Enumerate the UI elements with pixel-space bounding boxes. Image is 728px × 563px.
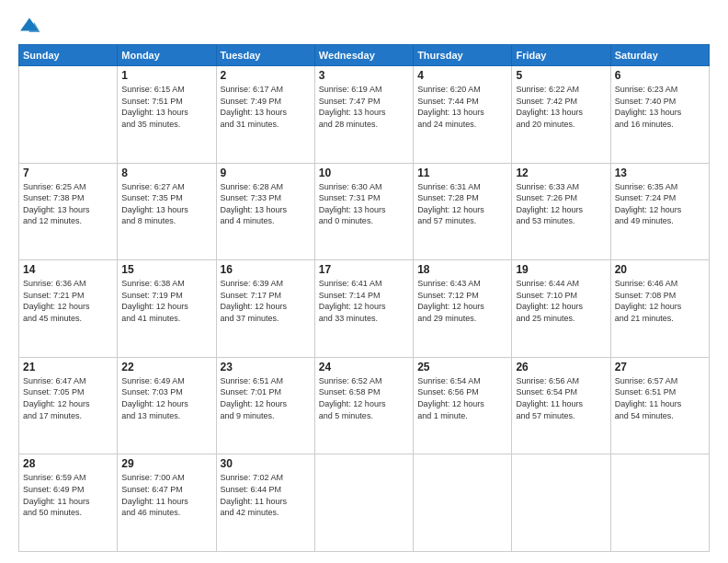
cell-info: Sunrise: 6:41 AM Sunset: 7:14 PM Dayligh… xyxy=(319,278,409,324)
calendar-cell xyxy=(314,454,413,552)
calendar-cell: 26Sunrise: 6:56 AM Sunset: 6:54 PM Dayli… xyxy=(512,357,610,454)
calendar-cell: 29Sunrise: 7:00 AM Sunset: 6:47 PM Dayli… xyxy=(118,454,216,552)
calendar-cell: 17Sunrise: 6:41 AM Sunset: 7:14 PM Dayli… xyxy=(314,260,413,358)
cell-info: Sunrise: 6:19 AM Sunset: 7:47 PM Dayligh… xyxy=(319,84,409,130)
cell-info: Sunrise: 6:52 AM Sunset: 6:58 PM Dayligh… xyxy=(319,375,409,421)
calendar-cell: 28Sunrise: 6:59 AM Sunset: 6:49 PM Dayli… xyxy=(19,454,118,552)
day-number: 19 xyxy=(516,263,606,276)
day-number: 28 xyxy=(23,457,113,470)
cell-info: Sunrise: 6:22 AM Sunset: 7:42 PM Dayligh… xyxy=(516,84,606,130)
day-number: 20 xyxy=(615,263,705,276)
calendar-cell xyxy=(512,454,610,552)
calendar-cell: 18Sunrise: 6:43 AM Sunset: 7:12 PM Dayli… xyxy=(414,260,512,358)
cell-info: Sunrise: 6:36 AM Sunset: 7:21 PM Dayligh… xyxy=(23,278,113,324)
logo xyxy=(18,17,44,35)
day-number: 30 xyxy=(221,457,311,470)
header xyxy=(18,17,710,35)
weekday-header-friday: Friday xyxy=(512,45,610,66)
calendar-week-5: 28Sunrise: 6:59 AM Sunset: 6:49 PM Dayli… xyxy=(19,454,710,552)
calendar-cell: 23Sunrise: 6:51 AM Sunset: 7:01 PM Dayli… xyxy=(216,357,314,454)
calendar-cell: 25Sunrise: 6:54 AM Sunset: 6:56 PM Dayli… xyxy=(414,357,512,454)
cell-info: Sunrise: 6:57 AM Sunset: 6:51 PM Dayligh… xyxy=(615,375,705,421)
cell-info: Sunrise: 6:23 AM Sunset: 7:40 PM Dayligh… xyxy=(615,84,705,130)
day-number: 2 xyxy=(221,69,311,82)
calendar-cell: 9Sunrise: 6:28 AM Sunset: 7:33 PM Daylig… xyxy=(216,163,314,260)
weekday-header-saturday: Saturday xyxy=(610,45,709,66)
calendar-cell xyxy=(610,454,709,552)
calendar-cell: 5Sunrise: 6:22 AM Sunset: 7:42 PM Daylig… xyxy=(512,66,610,164)
cell-info: Sunrise: 6:28 AM Sunset: 7:33 PM Dayligh… xyxy=(221,181,311,227)
day-number: 16 xyxy=(221,263,311,276)
day-number: 11 xyxy=(417,167,507,179)
calendar-cell: 16Sunrise: 6:39 AM Sunset: 7:17 PM Dayli… xyxy=(216,260,314,358)
day-number: 10 xyxy=(319,167,409,179)
cell-info: Sunrise: 7:00 AM Sunset: 6:47 PM Dayligh… xyxy=(121,472,211,518)
day-number: 13 xyxy=(615,167,705,179)
weekday-header-row: SundayMondayTuesdayWednesdayThursdayFrid… xyxy=(19,45,710,66)
cell-info: Sunrise: 6:39 AM Sunset: 7:17 PM Dayligh… xyxy=(221,278,311,324)
cell-info: Sunrise: 6:17 AM Sunset: 7:49 PM Dayligh… xyxy=(221,84,311,130)
cell-info: Sunrise: 6:31 AM Sunset: 7:28 PM Dayligh… xyxy=(417,181,507,227)
cell-info: Sunrise: 6:56 AM Sunset: 6:54 PM Dayligh… xyxy=(516,375,606,421)
cell-info: Sunrise: 7:02 AM Sunset: 6:44 PM Dayligh… xyxy=(221,472,311,518)
cell-info: Sunrise: 6:38 AM Sunset: 7:19 PM Dayligh… xyxy=(121,278,211,324)
day-number: 22 xyxy=(121,361,211,373)
calendar-cell: 3Sunrise: 6:19 AM Sunset: 7:47 PM Daylig… xyxy=(314,66,413,164)
day-number: 18 xyxy=(417,263,507,276)
day-number: 1 xyxy=(121,69,211,82)
calendar-cell: 15Sunrise: 6:38 AM Sunset: 7:19 PM Dayli… xyxy=(118,260,216,358)
calendar-cell: 20Sunrise: 6:46 AM Sunset: 7:08 PM Dayli… xyxy=(610,260,709,358)
day-number: 9 xyxy=(221,167,311,179)
cell-info: Sunrise: 6:59 AM Sunset: 6:49 PM Dayligh… xyxy=(23,472,113,518)
weekday-header-sunday: Sunday xyxy=(19,45,118,66)
weekday-header-tuesday: Tuesday xyxy=(216,45,314,66)
day-number: 15 xyxy=(121,263,211,276)
calendar-cell: 14Sunrise: 6:36 AM Sunset: 7:21 PM Dayli… xyxy=(19,260,118,358)
day-number: 3 xyxy=(319,69,409,82)
cell-info: Sunrise: 6:25 AM Sunset: 7:38 PM Dayligh… xyxy=(23,181,113,227)
calendar-cell: 10Sunrise: 6:30 AM Sunset: 7:31 PM Dayli… xyxy=(314,163,413,260)
calendar-cell: 8Sunrise: 6:27 AM Sunset: 7:35 PM Daylig… xyxy=(118,163,216,260)
calendar-cell: 30Sunrise: 7:02 AM Sunset: 6:44 PM Dayli… xyxy=(216,454,314,552)
calendar-cell xyxy=(19,66,118,164)
day-number: 26 xyxy=(516,361,606,373)
calendar-cell: 19Sunrise: 6:44 AM Sunset: 7:10 PM Dayli… xyxy=(512,260,610,358)
cell-info: Sunrise: 6:15 AM Sunset: 7:51 PM Dayligh… xyxy=(121,84,211,130)
calendar-cell: 13Sunrise: 6:35 AM Sunset: 7:24 PM Dayli… xyxy=(610,163,709,260)
calendar-cell: 6Sunrise: 6:23 AM Sunset: 7:40 PM Daylig… xyxy=(610,66,709,164)
day-number: 7 xyxy=(23,167,113,179)
calendar-cell xyxy=(414,454,512,552)
cell-info: Sunrise: 6:20 AM Sunset: 7:44 PM Dayligh… xyxy=(417,84,507,130)
cell-info: Sunrise: 6:46 AM Sunset: 7:08 PM Dayligh… xyxy=(615,278,705,324)
calendar-cell: 1Sunrise: 6:15 AM Sunset: 7:51 PM Daylig… xyxy=(118,66,216,164)
day-number: 21 xyxy=(23,361,113,373)
calendar-week-3: 14Sunrise: 6:36 AM Sunset: 7:21 PM Dayli… xyxy=(19,260,710,358)
calendar-cell: 22Sunrise: 6:49 AM Sunset: 7:03 PM Dayli… xyxy=(118,357,216,454)
cell-info: Sunrise: 6:47 AM Sunset: 7:05 PM Dayligh… xyxy=(23,375,113,421)
cell-info: Sunrise: 6:51 AM Sunset: 7:01 PM Dayligh… xyxy=(221,375,311,421)
cell-info: Sunrise: 6:30 AM Sunset: 7:31 PM Dayligh… xyxy=(319,181,409,227)
day-number: 24 xyxy=(319,361,409,373)
day-number: 25 xyxy=(417,361,507,373)
calendar-week-4: 21Sunrise: 6:47 AM Sunset: 7:05 PM Dayli… xyxy=(19,357,710,454)
calendar-cell: 4Sunrise: 6:20 AM Sunset: 7:44 PM Daylig… xyxy=(414,66,512,164)
day-number: 23 xyxy=(221,361,311,373)
calendar-cell: 24Sunrise: 6:52 AM Sunset: 6:58 PM Dayli… xyxy=(314,357,413,454)
day-number: 27 xyxy=(615,361,705,373)
cell-info: Sunrise: 6:35 AM Sunset: 7:24 PM Dayligh… xyxy=(615,181,705,227)
cell-info: Sunrise: 6:44 AM Sunset: 7:10 PM Dayligh… xyxy=(516,278,606,324)
weekday-header-monday: Monday xyxy=(118,45,216,66)
day-number: 17 xyxy=(319,263,409,276)
day-number: 29 xyxy=(121,457,211,470)
day-number: 12 xyxy=(516,167,606,179)
calendar-cell: 2Sunrise: 6:17 AM Sunset: 7:49 PM Daylig… xyxy=(216,66,314,164)
cell-info: Sunrise: 6:49 AM Sunset: 7:03 PM Dayligh… xyxy=(121,375,211,421)
calendar-week-2: 7Sunrise: 6:25 AM Sunset: 7:38 PM Daylig… xyxy=(19,163,710,260)
calendar-cell: 27Sunrise: 6:57 AM Sunset: 6:51 PM Dayli… xyxy=(610,357,709,454)
calendar-cell: 11Sunrise: 6:31 AM Sunset: 7:28 PM Dayli… xyxy=(414,163,512,260)
day-number: 6 xyxy=(615,69,705,82)
calendar: SundayMondayTuesdayWednesdayThursdayFrid… xyxy=(18,44,710,552)
cell-info: Sunrise: 6:27 AM Sunset: 7:35 PM Dayligh… xyxy=(121,181,211,227)
cell-info: Sunrise: 6:33 AM Sunset: 7:26 PM Dayligh… xyxy=(516,181,606,227)
logo-icon xyxy=(18,17,40,35)
